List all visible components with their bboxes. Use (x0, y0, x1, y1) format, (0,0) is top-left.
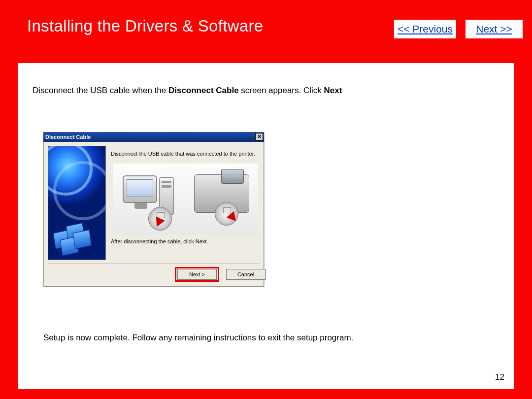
dialog-cancel-button[interactable]: Cancel (226, 269, 266, 280)
header-bar: Installing the Drivers & Software << Pre… (0, 0, 532, 63)
dialog-sidebar-graphic (48, 146, 106, 260)
page-number: 12 (495, 372, 504, 382)
dialog-title: Disconnect Cable (45, 134, 91, 140)
instruction-line-2: Setup is now complete. Follow any remain… (43, 333, 353, 343)
instruction-text: Disconnect the USB cable when the (33, 86, 168, 95)
unplug-computer-icon (148, 207, 172, 231)
instruction-text: screen appears. Click (239, 86, 324, 95)
previous-button[interactable]: << Previous (394, 20, 456, 38)
dialog-body: Disconnect the USB cable that was connec… (43, 142, 264, 287)
dialog-message-top: Disconnect the USB cable that was connec… (111, 151, 259, 157)
dialog-divider (48, 263, 260, 264)
dialog-next-button[interactable]: Next > (177, 269, 217, 280)
unplug-printer-icon (215, 202, 238, 226)
dialog-titlebar: Disconnect Cable ✕ (43, 132, 264, 142)
close-icon[interactable]: ✕ (255, 133, 263, 140)
instruction-line-1: Disconnect the USB cable when the Discon… (33, 86, 342, 96)
page-title: Installing the Drivers & Software (27, 17, 263, 35)
disconnect-cable-dialog: Disconnect Cable ✕ Disconnect the USB ca… (43, 132, 264, 287)
next-button[interactable]: Next >> (466, 20, 523, 38)
instruction-bold-2: Next (324, 86, 342, 95)
monitor-icon (123, 175, 157, 203)
dialog-message-bottom: After disconnecting the cable, click Nex… (111, 238, 259, 244)
dialog-illustration (113, 164, 258, 234)
dialog-next-highlight: Next > (175, 267, 219, 282)
instruction-bold-1: Disconnect Cable (168, 86, 239, 95)
content-area: Disconnect the USB cable when the Discon… (18, 63, 514, 389)
